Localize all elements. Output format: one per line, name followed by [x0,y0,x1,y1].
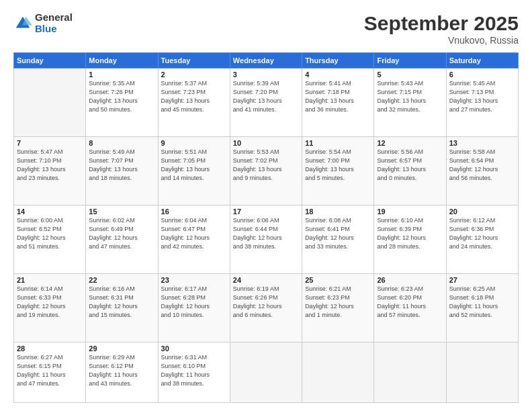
calendar-cell: 30Sunrise: 6:31 AM Sunset: 6:10 PM Dayli… [158,342,230,402]
calendar-cell: 1Sunrise: 5:35 AM Sunset: 7:26 PM Daylig… [86,68,158,137]
calendar-cell: 18Sunrise: 6:08 AM Sunset: 6:41 PM Dayli… [302,205,374,273]
calendar-cell [374,342,446,402]
calendar-cell: 14Sunrise: 6:00 AM Sunset: 6:52 PM Dayli… [14,205,86,273]
day-info: Sunrise: 6:17 AM Sunset: 6:28 PM Dayligh… [161,285,227,320]
col-header-sunday: Sunday [14,53,86,68]
day-number: 16 [161,208,227,216]
day-info: Sunrise: 5:39 AM Sunset: 7:20 PM Dayligh… [233,79,299,114]
day-number: 14 [17,208,83,216]
calendar-cell: 4Sunrise: 5:41 AM Sunset: 7:18 PM Daylig… [302,68,374,137]
calendar-cell: 3Sunrise: 5:39 AM Sunset: 7:20 PM Daylig… [230,68,302,137]
col-header-saturday: Saturday [446,53,518,68]
logo-text: General Blue [35,12,73,34]
day-number: 26 [377,276,443,284]
day-number: 22 [89,276,154,284]
logo-icon [13,14,32,33]
calendar-cell: 7Sunrise: 5:47 AM Sunset: 7:10 PM Daylig… [14,136,86,205]
day-info: Sunrise: 5:49 AM Sunset: 7:07 PM Dayligh… [89,148,154,183]
calendar-cell [14,68,86,137]
location: Vnukovo, Russia [364,35,519,46]
day-info: Sunrise: 5:54 AM Sunset: 7:00 PM Dayligh… [305,148,371,183]
day-info: Sunrise: 5:41 AM Sunset: 7:18 PM Dayligh… [305,79,371,114]
day-info: Sunrise: 6:31 AM Sunset: 6:10 PM Dayligh… [161,353,227,388]
day-info: Sunrise: 6:29 AM Sunset: 6:12 PM Dayligh… [89,353,154,388]
day-number: 24 [233,276,299,284]
day-info: Sunrise: 5:37 AM Sunset: 7:23 PM Dayligh… [161,79,227,114]
calendar-cell: 27Sunrise: 6:25 AM Sunset: 6:18 PM Dayli… [446,273,518,342]
day-number: 18 [305,208,371,216]
day-info: Sunrise: 6:10 AM Sunset: 6:39 PM Dayligh… [377,216,443,251]
col-header-wednesday: Wednesday [230,53,302,68]
calendar-header-row: SundayMondayTuesdayWednesdayThursdayFrid… [14,53,519,68]
day-info: Sunrise: 5:45 AM Sunset: 7:13 PM Dayligh… [449,79,515,114]
day-info: Sunrise: 6:19 AM Sunset: 6:26 PM Dayligh… [233,285,299,320]
calendar-week-5: 28Sunrise: 6:27 AM Sunset: 6:15 PM Dayli… [14,342,519,402]
day-number: 10 [233,139,299,147]
day-number: 9 [161,139,227,147]
day-number: 7 [17,139,83,147]
calendar-cell: 19Sunrise: 6:10 AM Sunset: 6:39 PM Dayli… [374,205,446,273]
col-header-thursday: Thursday [302,53,374,68]
calendar-cell: 20Sunrise: 6:12 AM Sunset: 6:36 PM Dayli… [446,205,518,273]
calendar-cell: 12Sunrise: 5:56 AM Sunset: 6:57 PM Dayli… [374,136,446,205]
calendar-cell [302,342,374,402]
day-number: 17 [233,208,299,216]
day-number: 2 [161,71,227,79]
calendar-cell: 22Sunrise: 6:16 AM Sunset: 6:31 PM Dayli… [86,273,158,342]
day-number: 29 [89,345,154,353]
calendar-cell: 8Sunrise: 5:49 AM Sunset: 7:07 PM Daylig… [86,136,158,205]
calendar-cell: 29Sunrise: 6:29 AM Sunset: 6:12 PM Dayli… [86,342,158,402]
calendar-cell: 5Sunrise: 5:43 AM Sunset: 7:15 PM Daylig… [374,68,446,137]
day-number: 27 [449,276,515,284]
calendar-cell: 16Sunrise: 6:04 AM Sunset: 6:47 PM Dayli… [158,205,230,273]
day-number: 1 [89,71,154,79]
calendar-cell [230,342,302,402]
day-number: 5 [377,71,443,79]
header: General Blue September 2025 Vnukovo, Rus… [13,12,519,46]
day-info: Sunrise: 5:56 AM Sunset: 6:57 PM Dayligh… [377,148,443,183]
day-info: Sunrise: 5:58 AM Sunset: 6:54 PM Dayligh… [449,148,515,183]
calendar-week-1: 1Sunrise: 5:35 AM Sunset: 7:26 PM Daylig… [14,68,519,137]
day-number: 12 [377,139,443,147]
col-header-monday: Monday [86,53,158,68]
calendar-cell: 24Sunrise: 6:19 AM Sunset: 6:26 PM Dayli… [230,273,302,342]
calendar-cell: 2Sunrise: 5:37 AM Sunset: 7:23 PM Daylig… [158,68,230,137]
page: General Blue September 2025 Vnukovo, Rus… [0,0,532,411]
day-info: Sunrise: 6:23 AM Sunset: 6:20 PM Dayligh… [377,285,443,320]
calendar-cell: 17Sunrise: 6:06 AM Sunset: 6:44 PM Dayli… [230,205,302,273]
day-number: 28 [17,345,83,353]
day-info: Sunrise: 6:27 AM Sunset: 6:15 PM Dayligh… [17,353,83,388]
calendar-cell: 26Sunrise: 6:23 AM Sunset: 6:20 PM Dayli… [374,273,446,342]
logo-blue-text: Blue [35,24,73,35]
day-info: Sunrise: 6:16 AM Sunset: 6:31 PM Dayligh… [89,285,154,320]
calendar-cell: 28Sunrise: 6:27 AM Sunset: 6:15 PM Dayli… [14,342,86,402]
day-number: 21 [17,276,83,284]
col-header-friday: Friday [374,53,446,68]
day-number: 25 [305,276,371,284]
calendar-cell: 13Sunrise: 5:58 AM Sunset: 6:54 PM Dayli… [446,136,518,205]
day-number: 19 [377,208,443,216]
day-info: Sunrise: 6:00 AM Sunset: 6:52 PM Dayligh… [17,216,83,251]
day-info: Sunrise: 6:12 AM Sunset: 6:36 PM Dayligh… [449,216,515,251]
calendar-cell: 6Sunrise: 5:45 AM Sunset: 7:13 PM Daylig… [446,68,518,137]
day-info: Sunrise: 6:21 AM Sunset: 6:23 PM Dayligh… [305,285,371,320]
calendar-week-3: 14Sunrise: 6:00 AM Sunset: 6:52 PM Dayli… [14,205,519,273]
day-number: 4 [305,71,371,79]
calendar-cell: 23Sunrise: 6:17 AM Sunset: 6:28 PM Dayli… [158,273,230,342]
month-title: September 2025 [364,12,519,35]
day-number: 23 [161,276,227,284]
day-info: Sunrise: 5:51 AM Sunset: 7:05 PM Dayligh… [161,148,227,183]
calendar-cell: 15Sunrise: 6:02 AM Sunset: 6:49 PM Dayli… [86,205,158,273]
calendar-cell: 25Sunrise: 6:21 AM Sunset: 6:23 PM Dayli… [302,273,374,342]
day-info: Sunrise: 5:47 AM Sunset: 7:10 PM Dayligh… [17,148,83,183]
logo: General Blue [13,12,73,34]
day-info: Sunrise: 5:35 AM Sunset: 7:26 PM Dayligh… [89,79,154,114]
day-number: 15 [89,208,154,216]
day-number: 30 [161,345,227,353]
calendar-cell: 11Sunrise: 5:54 AM Sunset: 7:00 PM Dayli… [302,136,374,205]
day-info: Sunrise: 5:43 AM Sunset: 7:15 PM Dayligh… [377,79,443,114]
day-info: Sunrise: 6:14 AM Sunset: 6:33 PM Dayligh… [17,285,83,320]
calendar-cell: 21Sunrise: 6:14 AM Sunset: 6:33 PM Dayli… [14,273,86,342]
col-header-tuesday: Tuesday [158,53,230,68]
logo-general-text: General [35,12,73,24]
